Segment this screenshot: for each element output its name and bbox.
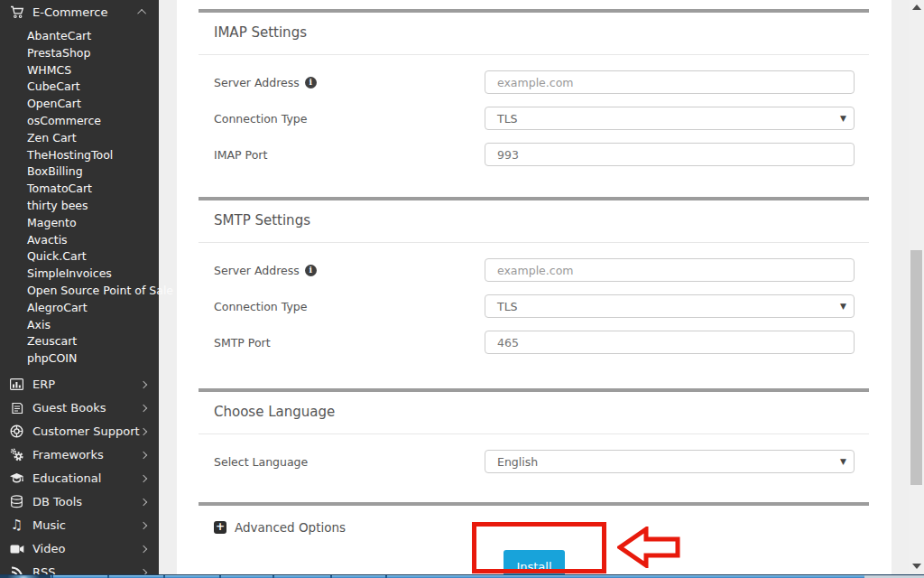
- section-title-language: Choose Language: [214, 404, 855, 423]
- video-camera-icon: [9, 544, 24, 555]
- info-icon[interactable]: i: [305, 77, 317, 89]
- vertical-scrollbar[interactable]: [909, 0, 924, 574]
- form-row: Connection Type TLS ▼: [214, 107, 855, 130]
- sidebar-category-ecommerce[interactable]: E-Commerce: [0, 0, 159, 24]
- field-label: Connection Type: [214, 300, 307, 313]
- form-row: SMTP Port: [214, 331, 855, 354]
- sidebar-item[interactable]: BoxBilling: [27, 163, 159, 181]
- caret-down-icon: ▼: [840, 302, 846, 311]
- sidebar-item[interactable]: PrestaShop: [27, 45, 159, 62]
- sidebar-item[interactable]: Open Source Point of Sale: [27, 283, 159, 300]
- chevron-right-icon: [140, 545, 147, 553]
- bar-chart-icon: [9, 378, 24, 390]
- section-divider: [199, 197, 869, 200]
- shopping-cart-icon: [9, 5, 24, 19]
- install-form: IMAP Settings Server Address i Connectio…: [177, 0, 892, 578]
- sidebar: E-Commerce AbanteCart PrestaShop WHMCS C…: [0, 0, 159, 578]
- sidebar-item[interactable]: Zeuscart: [27, 333, 159, 350]
- chevron-right-icon: [140, 452, 147, 459]
- scroll-down-arrow-icon[interactable]: [912, 564, 921, 569]
- form-row: Connection Type TLS ▼: [214, 294, 855, 318]
- form-row: Server Address i: [214, 70, 855, 94]
- sidebar-item[interactable]: AlegroCart: [27, 300, 159, 317]
- sidebar-item[interactable]: TomatoCart: [27, 181, 159, 198]
- field-label: Connection Type: [214, 112, 307, 126]
- sidebar-category-educational[interactable]: Educational: [0, 467, 159, 490]
- caret-down-icon: ▼: [840, 457, 846, 466]
- field-label: Server Address i: [214, 264, 317, 277]
- caret-down-icon: ▼: [840, 114, 846, 123]
- field-label: Server Address i: [214, 76, 317, 89]
- sidebar-item[interactable]: phpCOIN: [27, 350, 159, 368]
- form-row: Select Language English ▼: [214, 450, 855, 473]
- chevron-right-icon: [140, 522, 147, 529]
- sidebar-category-frameworks[interactable]: Frameworks: [0, 443, 159, 467]
- section-divider: [199, 9, 869, 13]
- life-ring-icon: [9, 424, 24, 438]
- smtp-server-address-input[interactable]: [485, 258, 855, 282]
- gears-icon: [9, 448, 24, 461]
- info-icon[interactable]: i: [305, 265, 317, 276]
- sidebar-item[interactable]: osCommerce: [27, 113, 159, 130]
- sidebar-category-video[interactable]: Video: [0, 537, 159, 561]
- scrollbar-thumb[interactable]: [910, 250, 922, 485]
- sidebar-category-erp[interactable]: ERP: [0, 373, 159, 396]
- plus-square-icon: +: [214, 521, 226, 534]
- sidebar-item[interactable]: Zen Cart: [27, 130, 159, 147]
- graduation-cap-icon: [9, 472, 24, 484]
- section-divider: [199, 502, 869, 506]
- sidebar-item[interactable]: thirty bees: [27, 198, 159, 215]
- chevron-right-icon: [140, 381, 147, 388]
- advanced-options-toggle[interactable]: + Advanced Options: [214, 518, 855, 536]
- field-label: IMAP Port: [214, 148, 267, 162]
- sidebar-categories: ERP Guest Books Customer Support: [0, 373, 159, 578]
- section-title-smtp: SMTP Settings: [214, 212, 855, 231]
- form-row: Server Address i: [214, 258, 855, 282]
- sidebar-category-music[interactable]: ♫ Music: [0, 514, 159, 537]
- section-rule: [199, 54, 869, 55]
- sidebar-item[interactable]: Avactis: [27, 232, 159, 249]
- sidebar-submenu: AbanteCart PrestaShop WHMCS CubeCart Ope…: [0, 24, 159, 373]
- sidebar-item[interactable]: Quick.Cart: [27, 248, 159, 266]
- imap-connection-type-select[interactable]: TLS ▼: [485, 107, 855, 130]
- scroll-up-arrow-icon[interactable]: [912, 5, 921, 10]
- chevron-right-icon: [140, 428, 147, 435]
- section-rule: [199, 242, 869, 243]
- chevron-right-icon: [140, 475, 147, 482]
- sidebar-category-guest-books[interactable]: Guest Books: [0, 396, 159, 420]
- chevron-right-icon: [140, 405, 147, 412]
- sidebar-item[interactable]: Magento: [27, 215, 159, 232]
- field-label: SMTP Port: [214, 336, 271, 350]
- chevron-right-icon: [140, 499, 147, 506]
- book-icon: [9, 402, 24, 415]
- sidebar-item[interactable]: OpenCart: [27, 96, 159, 113]
- sidebar-item[interactable]: Axis: [27, 317, 159, 334]
- imap-server-address-input[interactable]: [485, 70, 855, 94]
- sidebar-category-db-tools[interactable]: DB Tools: [0, 490, 159, 514]
- field-label: Select Language: [214, 455, 308, 469]
- sidebar-item[interactable]: SimpleInvoices: [27, 266, 159, 283]
- smtp-connection-type-select[interactable]: TLS ▼: [485, 294, 855, 318]
- section-title-imap: IMAP Settings: [214, 24, 855, 43]
- taskbar[interactable]: [0, 574, 924, 578]
- sidebar-item[interactable]: WHMCS: [27, 62, 159, 79]
- section-divider: [199, 388, 869, 392]
- form-row: IMAP Port: [214, 143, 855, 166]
- database-icon: [9, 495, 24, 508]
- sidebar-category-customer-support[interactable]: Customer Support: [0, 420, 159, 443]
- sidebar-category-label: E-Commerce: [32, 5, 140, 19]
- sidebar-item[interactable]: AbanteCart: [27, 28, 159, 45]
- language-select[interactable]: English ▼: [485, 450, 855, 473]
- music-note-icon: ♫: [9, 518, 24, 532]
- section-rule: [199, 434, 869, 434]
- sidebar-item[interactable]: TheHostingTool: [27, 147, 159, 164]
- imap-port-input[interactable]: [485, 143, 855, 166]
- sidebar-item[interactable]: CubeCart: [27, 79, 159, 96]
- smtp-port-input[interactable]: [485, 331, 855, 354]
